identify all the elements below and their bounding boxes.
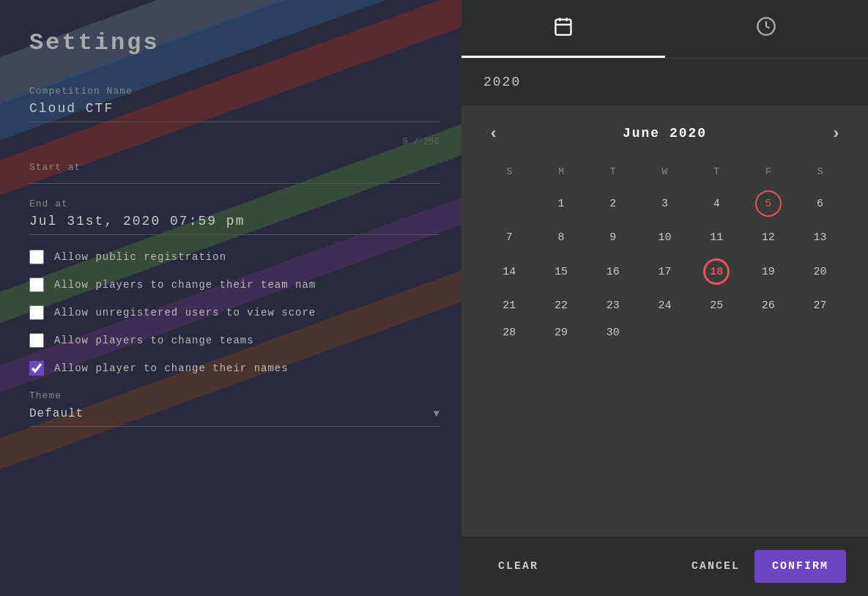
table-row[interactable]: 9 bbox=[587, 224, 639, 251]
table-row[interactable]: 29 bbox=[535, 319, 587, 346]
tab-clock[interactable] bbox=[665, 0, 869, 58]
calendar-icon bbox=[553, 16, 574, 42]
table-row[interactable]: 1 bbox=[535, 183, 587, 224]
table-row[interactable]: 10 bbox=[639, 224, 691, 251]
prev-month-button[interactable]: ‹ bbox=[483, 121, 503, 146]
start-at-field[interactable]: Start at bbox=[29, 162, 439, 184]
table-row[interactable]: 4 bbox=[691, 183, 743, 224]
table-row[interactable]: 14 bbox=[483, 251, 535, 292]
table-row[interactable]: 13 bbox=[794, 224, 846, 251]
page-title: Settings bbox=[29, 29, 439, 56]
checkbox-item-5[interactable]: Allow player to change their names bbox=[29, 361, 439, 376]
allow-name-change-checkbox[interactable] bbox=[29, 361, 44, 376]
table-row[interactable]: 15 bbox=[535, 251, 587, 292]
table-row[interactable]: 20 bbox=[794, 251, 846, 292]
checkbox-item-4[interactable]: Allow players to change teams bbox=[29, 333, 439, 348]
chevron-down-icon: ▼ bbox=[434, 408, 439, 420]
days-of-week-row: S M T W T F S bbox=[483, 160, 846, 183]
table-row[interactable]: 12 bbox=[743, 224, 795, 251]
competition-name-label: Competition Name bbox=[29, 86, 439, 97]
checkbox-group: Allow public registration Allow players … bbox=[29, 250, 439, 376]
table-row bbox=[639, 319, 691, 346]
table-row[interactable]: 21 bbox=[483, 292, 535, 319]
calendar-week-3: 21222324252627 bbox=[483, 292, 846, 319]
table-row[interactable]: 30 bbox=[587, 319, 639, 346]
allow-team-name-change-label: Allow players to change their team nam bbox=[54, 279, 316, 291]
footer-right: CANCEL CONFIRM bbox=[677, 550, 846, 583]
calendar-header: ‹ June 2020 › bbox=[483, 121, 846, 146]
day-header-sat: S bbox=[794, 160, 846, 183]
next-icon: › bbox=[834, 124, 839, 142]
next-month-button[interactable]: › bbox=[826, 121, 846, 146]
tab-calendar[interactable] bbox=[461, 0, 665, 58]
allow-unregistered-scoreboard-label: Allow unregistered users to view score bbox=[54, 307, 316, 319]
char-count: 9 / 256 bbox=[29, 137, 439, 147]
table-row bbox=[794, 319, 846, 346]
table-row[interactable]: 6 bbox=[794, 183, 846, 224]
competition-name-value: Cloud CTF bbox=[29, 101, 439, 122]
competition-name-field: Competition Name Cloud CTF bbox=[29, 86, 439, 122]
confirm-button[interactable]: CONFIRM bbox=[754, 550, 846, 583]
footer-left: CLEAR bbox=[483, 550, 553, 583]
allow-public-registration-label: Allow public registration bbox=[54, 251, 226, 263]
allow-name-change-label: Allow player to change their names bbox=[54, 362, 289, 374]
day-header-sun: S bbox=[483, 160, 535, 183]
theme-select[interactable]: Default ▼ bbox=[29, 407, 439, 427]
calendar-week-4: 282930 bbox=[483, 319, 846, 346]
table-row[interactable]: 16 bbox=[587, 251, 639, 292]
table-row[interactable]: 17 bbox=[639, 251, 691, 292]
calendar-grid: S M T W T F S 12345678910111213141516171… bbox=[483, 160, 846, 346]
day-header-tue: T bbox=[587, 160, 639, 183]
day-header-fri: F bbox=[743, 160, 795, 183]
calendar-week-2: 14151617181920 bbox=[483, 251, 846, 292]
table-row[interactable]: 27 bbox=[794, 292, 846, 319]
allow-team-name-change-checkbox[interactable] bbox=[29, 277, 44, 292]
checkbox-item-2[interactable]: Allow players to change their team nam bbox=[29, 277, 439, 292]
day-header-thu: T bbox=[691, 160, 743, 183]
prev-icon: ‹ bbox=[491, 124, 496, 142]
table-row[interactable]: 23 bbox=[587, 292, 639, 319]
table-row bbox=[743, 319, 795, 346]
theme-label: Theme bbox=[29, 390, 439, 401]
day-header-wed: W bbox=[639, 160, 691, 183]
table-row[interactable]: 25 bbox=[691, 292, 743, 319]
table-row[interactable]: 5 bbox=[743, 183, 795, 224]
table-row[interactable]: 18 bbox=[691, 251, 743, 292]
start-at-label: Start at bbox=[29, 162, 439, 173]
table-row[interactable]: 26 bbox=[743, 292, 795, 319]
year-display: 2020 bbox=[461, 59, 868, 106]
table-row[interactable]: 19 bbox=[743, 251, 795, 292]
theme-value: Default bbox=[29, 407, 84, 420]
end-at-label: End at bbox=[29, 198, 439, 209]
end-at-value: Jul 31st, 2020 07:59 pm bbox=[29, 214, 439, 235]
table-row[interactable]: 11 bbox=[691, 224, 743, 251]
table-row[interactable]: 2 bbox=[587, 183, 639, 224]
allow-public-registration-checkbox[interactable] bbox=[29, 250, 44, 264]
table-row bbox=[691, 319, 743, 346]
settings-panel: Settings Competition Name Cloud CTF 9 / … bbox=[0, 0, 469, 596]
calendar-week-1: 78910111213 bbox=[483, 224, 846, 251]
calendar-overlay: 2020 ‹ June 2020 › S M T W T F S bbox=[461, 0, 868, 596]
table-row[interactable]: 3 bbox=[639, 183, 691, 224]
table-row[interactable]: 7 bbox=[483, 224, 535, 251]
month-year-label: June 2020 bbox=[623, 126, 707, 141]
checkbox-item-1[interactable]: Allow public registration bbox=[29, 250, 439, 264]
clock-icon bbox=[756, 16, 776, 42]
calendar-footer: CLEAR CANCEL CONFIRM bbox=[461, 537, 868, 596]
table-row[interactable]: 28 bbox=[483, 319, 535, 346]
clear-button[interactable]: CLEAR bbox=[483, 550, 553, 583]
calendar-week-0: 123456 bbox=[483, 183, 846, 224]
allow-unregistered-scoreboard-checkbox[interactable] bbox=[29, 305, 44, 320]
theme-section: Theme Default ▼ bbox=[29, 390, 439, 427]
tab-bar bbox=[461, 0, 868, 59]
svg-rect-0 bbox=[555, 20, 571, 35]
end-at-field: End at Jul 31st, 2020 07:59 pm bbox=[29, 198, 439, 235]
table-row[interactable]: 24 bbox=[639, 292, 691, 319]
day-header-mon: M bbox=[535, 160, 587, 183]
allow-change-teams-checkbox[interactable] bbox=[29, 333, 44, 348]
table-row[interactable]: 22 bbox=[535, 292, 587, 319]
checkbox-item-3[interactable]: Allow unregistered users to view score bbox=[29, 305, 439, 320]
calendar-picker: ‹ June 2020 › S M T W T F S 12 bbox=[461, 106, 868, 537]
cancel-button[interactable]: CANCEL bbox=[677, 550, 754, 583]
table-row[interactable]: 8 bbox=[535, 224, 587, 251]
